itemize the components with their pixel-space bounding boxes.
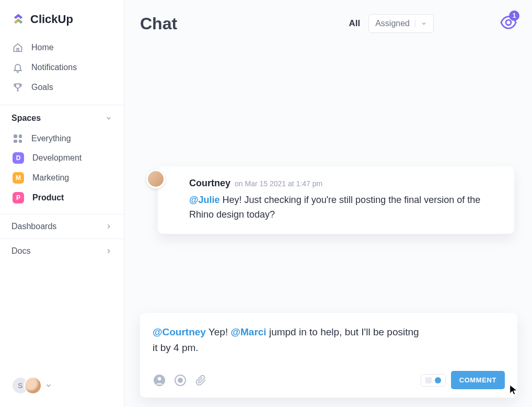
watchers-count: 1: [509, 10, 519, 21]
mention[interactable]: @Julie: [189, 195, 220, 205]
nav-notifications[interactable]: Notifications: [4, 58, 120, 77]
svg-point-2: [158, 377, 161, 380]
space-badge: P: [13, 192, 24, 204]
page-title: Chat: [140, 14, 177, 33]
space-everything[interactable]: Everything: [4, 129, 120, 148]
sidebar: ClickUp Home Notifications Goals: [0, 0, 124, 407]
chevron-down-icon: [105, 115, 112, 122]
avatar: [146, 169, 165, 188]
home-icon: [13, 42, 23, 53]
sidebar-footer[interactable]: S: [0, 368, 124, 407]
space-everything-label: Everything: [31, 134, 71, 143]
nav-home[interactable]: Home: [4, 38, 120, 58]
main-header: Chat All Assigned 1: [140, 14, 517, 33]
chevron-right-icon: [105, 247, 112, 255]
logo[interactable]: ClickUp: [0, 0, 124, 36]
space-badge: D: [13, 152, 24, 164]
svg-point-4: [178, 378, 182, 382]
grid-icon: [13, 133, 23, 144]
brand-name: ClickUp: [30, 13, 73, 26]
chevron-down-icon: [421, 20, 427, 27]
composer-toolbar: COMMENT: [153, 371, 505, 389]
space-badge: M: [13, 172, 24, 184]
mention[interactable]: @Marci: [230, 326, 266, 337]
toggle-on-icon: [435, 377, 441, 383]
record-icon[interactable]: [174, 374, 187, 387]
message-author: Courtney: [189, 178, 230, 189]
message-body: @Julie Hey! Just checking if you're stil…: [189, 193, 482, 222]
main: Chat All Assigned 1 Courtney on M: [124, 0, 532, 407]
toggle-off-icon: [425, 377, 432, 383]
clickup-logo-icon: [11, 13, 25, 26]
spaces-header[interactable]: Spaces: [0, 105, 124, 128]
primary-nav: Home Notifications Goals: [0, 36, 124, 99]
filter-dropdown[interactable]: Assigned: [368, 14, 434, 33]
assign-person-icon[interactable]: [153, 374, 166, 387]
space-marketing[interactable]: M Marketing: [4, 168, 120, 188]
nav-goals-label: Goals: [31, 83, 53, 92]
tab-all[interactable]: All: [349, 18, 360, 29]
space-label: Development: [32, 153, 82, 163]
avatar: [24, 377, 42, 394]
filter-dropdown-label: Assigned: [375, 19, 410, 28]
sidebar-dashboards-label: Dashboards: [11, 222, 56, 231]
chevron-right-icon: [105, 223, 112, 230]
message-timestamp: on Mar 15 2021 at 1:47 pm: [235, 179, 322, 188]
spaces-list: Everything D Development M Marketing P P…: [0, 128, 124, 209]
bell-icon: [13, 62, 23, 73]
sidebar-dashboards[interactable]: Dashboards: [0, 214, 124, 239]
message-text: Hey! Just checking if you're still posti…: [189, 195, 480, 220]
nav-home-label: Home: [31, 43, 54, 52]
svg-point-0: [506, 20, 511, 25]
divider: [415, 19, 415, 28]
visibility-toggle[interactable]: [421, 374, 446, 387]
spaces-header-label: Spaces: [11, 114, 41, 123]
chevron-down-icon: [45, 382, 52, 389]
sidebar-docs[interactable]: Docs: [0, 239, 124, 263]
comment-button[interactable]: COMMENT: [451, 371, 505, 389]
trophy-icon: [13, 82, 23, 93]
sidebar-docs-label: Docs: [11, 246, 30, 256]
space-label: Marketing: [32, 173, 69, 183]
composer-content[interactable]: @Courtney Yep! @Marci jumpd in to help, …: [153, 324, 424, 355]
space-development[interactable]: D Development: [4, 148, 120, 168]
space-product[interactable]: P Product: [4, 188, 120, 208]
nav-notifications-label: Notifications: [31, 63, 77, 72]
nav-goals[interactable]: Goals: [4, 77, 120, 97]
attachment-icon[interactable]: [194, 374, 208, 387]
comment-composer[interactable]: @Courtney Yep! @Marci jumpd in to help, …: [140, 313, 517, 398]
message-card: Courtney on Mar 15 2021 at 1:47 pm @Juli…: [158, 166, 514, 234]
watchers-button[interactable]: 1: [500, 14, 517, 33]
mention[interactable]: @Courtney: [153, 326, 206, 337]
space-label: Product: [32, 193, 64, 202]
